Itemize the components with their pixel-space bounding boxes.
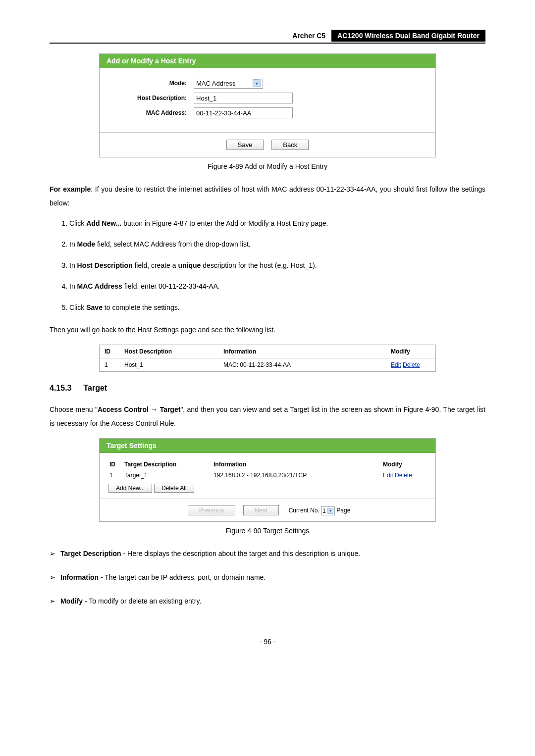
cell-id: 1	[100, 358, 119, 371]
chevron-down-icon: ▾	[253, 79, 261, 87]
step-5: Click Save to complete the settings.	[69, 302, 485, 313]
add-new-button[interactable]: Add New...	[108, 484, 152, 493]
page-number: - 96 -	[50, 638, 485, 646]
example-intro: For example: If you desire to restrict t…	[50, 182, 485, 210]
figure-89-caption: Figure 4-89 Add or Modify a Host Entry	[50, 162, 485, 170]
delete-link[interactable]: Delete	[403, 361, 420, 368]
mac-address-label: MAC Address:	[114, 109, 194, 116]
col-modify: Modify	[382, 459, 427, 470]
previous-button[interactable]: Previous	[188, 505, 236, 515]
section-description: Choose menu "Access Control → Target", a…	[50, 403, 485, 430]
bullet-information: Information - The target can be IP addre…	[60, 570, 485, 584]
step-1: Click Add New... button in Figure 4-87 t…	[69, 218, 485, 229]
bullet-modify: Modify - To modify or delete an existing…	[60, 594, 485, 608]
figure-89-box: Add or Modify a Host Entry Mode: MAC Add…	[99, 53, 436, 157]
header-model: Archer C5	[288, 30, 329, 42]
mode-label: Mode:	[114, 80, 194, 87]
back-button[interactable]: Back	[271, 140, 309, 150]
cell-id: 1	[108, 470, 123, 481]
bullet-list: Target Description - Here displays the d…	[50, 547, 485, 608]
col-id: ID	[108, 459, 123, 470]
delete-all-button[interactable]: Delete All	[154, 484, 194, 493]
next-button[interactable]: Next	[243, 505, 279, 515]
header-title: AC1200 Wireless Dual Band Gigabit Router	[331, 30, 485, 42]
cell-info: 192.168.0.2 - 192.168.0.23/21/TCP	[213, 470, 382, 481]
figure-90-box: Target Settings ID Target Description In…	[99, 438, 436, 522]
page-header: Archer C5 AC1200 Wireless Dual Band Giga…	[50, 30, 485, 44]
chevron-down-icon: ▾	[327, 508, 333, 514]
col-target-description: Target Description	[123, 459, 213, 470]
table-row: 1 Target_1 192.168.0.2 - 192.168.0.23/21…	[108, 470, 427, 481]
cell-desc: Host_1	[119, 358, 218, 371]
cell-info: MAC: 00-11-22-33-44-AA	[218, 358, 386, 371]
figure-90-caption: Figure 4-90 Target Settings	[50, 527, 485, 535]
col-information: Information	[213, 459, 382, 470]
col-modify: Modify	[386, 345, 435, 358]
host-settings-table: ID Host Description Information Modify 1…	[99, 345, 436, 372]
figure-90-title: Target Settings	[100, 439, 435, 453]
edit-link[interactable]: Edit	[383, 472, 393, 479]
page-select[interactable]: 1 ▾	[321, 506, 335, 515]
current-no-label: Current No.	[289, 507, 320, 514]
host-description-input[interactable]	[194, 93, 293, 103]
col-id: ID	[100, 345, 119, 358]
cell-desc: Target_1	[123, 470, 213, 481]
section-heading: 4.15.3Target	[50, 384, 485, 393]
host-description-label: Host Description:	[114, 95, 194, 101]
col-information: Information	[218, 345, 386, 358]
delete-link[interactable]: Delete	[395, 472, 412, 479]
table-row: 1 Host_1 MAC: 00-11-22-33-44-AA Edit Del…	[100, 358, 435, 371]
col-host-description: Host Description	[119, 345, 218, 358]
mode-select[interactable]: MAC Address ▾	[194, 78, 263, 89]
step-3: In Host Description field, create a uniq…	[69, 260, 485, 271]
step-2: In Mode field, select MAC Address from t…	[69, 239, 485, 250]
steps-list: Click Add New... button in Figure 4-87 t…	[50, 218, 485, 313]
mac-address-input[interactable]	[194, 107, 293, 118]
edit-link[interactable]: Edit	[391, 361, 401, 368]
figure-89-title: Add or Modify a Host Entry	[100, 54, 435, 68]
mode-select-value: MAC Address	[196, 80, 235, 87]
bullet-target-description: Target Description - Here displays the d…	[60, 547, 485, 560]
save-button[interactable]: Save	[226, 140, 264, 150]
page-label: Page	[336, 507, 350, 514]
step-4: In MAC Address field, enter 00-11-22-33-…	[69, 281, 485, 292]
example-outro: Then you will go back to the Host Settin…	[50, 323, 485, 337]
